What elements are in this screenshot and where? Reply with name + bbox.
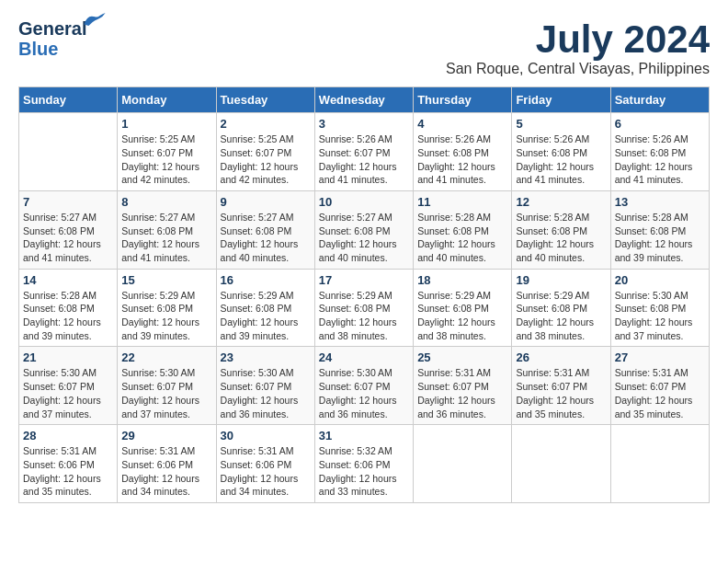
day-number: 30 xyxy=(221,429,311,442)
calendar-cell: 11Sunrise: 5:28 AMSunset: 6:08 PMDayligh… xyxy=(414,190,512,269)
day-number: 8 xyxy=(121,195,211,209)
day-number: 27 xyxy=(615,350,705,364)
day-number: 29 xyxy=(121,429,211,442)
calendar-cell: 30Sunrise: 5:31 AMSunset: 6:06 PMDayligh… xyxy=(216,425,314,503)
day-info: Sunrise: 5:28 AMSunset: 6:08 PMDaylight:… xyxy=(615,211,705,265)
day-info: Sunrise: 5:26 AMSunset: 6:07 PMDaylight:… xyxy=(319,132,409,187)
day-number: 23 xyxy=(221,350,311,364)
calendar-week-row: 28Sunrise: 5:31 AMSunset: 6:06 PMDayligh… xyxy=(19,425,710,503)
day-info: Sunrise: 5:25 AMSunset: 6:07 PMDaylight:… xyxy=(221,132,311,187)
day-info: Sunrise: 5:29 AMSunset: 6:08 PMDaylight:… xyxy=(417,289,507,343)
calendar-cell: 19Sunrise: 5:29 AMSunset: 6:08 PMDayligh… xyxy=(512,269,610,347)
day-info: Sunrise: 5:30 AMSunset: 6:07 PMDaylight:… xyxy=(121,366,211,420)
calendar-cell: 29Sunrise: 5:31 AMSunset: 6:06 PMDayligh… xyxy=(118,425,216,503)
day-info: Sunrise: 5:30 AMSunset: 6:07 PMDaylight:… xyxy=(221,366,311,420)
calendar-cell: 23Sunrise: 5:30 AMSunset: 6:07 PMDayligh… xyxy=(216,347,314,425)
logo: General Blue xyxy=(18,18,86,59)
day-info: Sunrise: 5:31 AMSunset: 6:06 PMDaylight:… xyxy=(121,444,211,499)
day-info: Sunrise: 5:30 AMSunset: 6:07 PMDaylight:… xyxy=(319,366,409,420)
day-info: Sunrise: 5:31 AMSunset: 6:07 PMDaylight:… xyxy=(417,366,507,420)
day-number: 26 xyxy=(516,350,606,364)
logo-blue-text: Blue xyxy=(18,39,86,59)
day-info: Sunrise: 5:31 AMSunset: 6:07 PMDaylight:… xyxy=(516,366,606,420)
calendar-cell: 15Sunrise: 5:29 AMSunset: 6:08 PMDayligh… xyxy=(118,269,216,347)
day-info: Sunrise: 5:32 AMSunset: 6:06 PMDaylight:… xyxy=(319,444,409,499)
logo-general-text: General xyxy=(18,18,86,39)
calendar-cell: 14Sunrise: 5:28 AMSunset: 6:08 PMDayligh… xyxy=(19,269,118,347)
calendar-cell: 17Sunrise: 5:29 AMSunset: 6:08 PMDayligh… xyxy=(314,269,413,347)
calendar-cell: 28Sunrise: 5:31 AMSunset: 6:06 PMDayligh… xyxy=(19,425,118,503)
weekday-header-row: SundayMondayTuesdayWednesdayThursdayFrid… xyxy=(19,87,710,113)
day-number: 3 xyxy=(319,117,409,131)
day-number: 21 xyxy=(23,350,113,364)
calendar-cell xyxy=(610,425,709,503)
calendar-week-row: 7Sunrise: 5:27 AMSunset: 6:08 PMDaylight… xyxy=(19,190,710,269)
day-info: Sunrise: 5:27 AMSunset: 6:08 PMDaylight:… xyxy=(23,211,113,265)
calendar-cell: 24Sunrise: 5:30 AMSunset: 6:07 PMDayligh… xyxy=(314,347,413,425)
calendar-cell: 2Sunrise: 5:25 AMSunset: 6:07 PMDaylight… xyxy=(216,113,314,191)
calendar-cell: 12Sunrise: 5:28 AMSunset: 6:08 PMDayligh… xyxy=(512,190,610,269)
day-number: 6 xyxy=(615,117,705,131)
day-info: Sunrise: 5:29 AMSunset: 6:08 PMDaylight:… xyxy=(516,289,606,343)
calendar-cell xyxy=(19,113,118,191)
calendar-cell: 7Sunrise: 5:27 AMSunset: 6:08 PMDaylight… xyxy=(19,190,118,269)
day-number: 25 xyxy=(417,350,507,364)
weekday-header-monday: Monday xyxy=(118,87,216,113)
calendar-cell: 21Sunrise: 5:30 AMSunset: 6:07 PMDayligh… xyxy=(19,347,118,425)
day-info: Sunrise: 5:29 AMSunset: 6:08 PMDaylight:… xyxy=(121,289,211,343)
day-info: Sunrise: 5:26 AMSunset: 6:08 PMDaylight:… xyxy=(417,132,507,187)
day-number: 17 xyxy=(319,273,409,287)
day-number: 28 xyxy=(23,429,113,442)
day-number: 16 xyxy=(221,273,311,287)
day-info: Sunrise: 5:29 AMSunset: 6:08 PMDaylight:… xyxy=(319,289,409,343)
day-number: 15 xyxy=(121,273,211,287)
day-number: 11 xyxy=(417,195,507,209)
calendar-table: SundayMondayTuesdayWednesdayThursdayFrid… xyxy=(18,86,710,503)
calendar-cell: 22Sunrise: 5:30 AMSunset: 6:07 PMDayligh… xyxy=(118,347,216,425)
day-info: Sunrise: 5:25 AMSunset: 6:07 PMDaylight:… xyxy=(121,132,211,187)
calendar-cell: 4Sunrise: 5:26 AMSunset: 6:08 PMDaylight… xyxy=(414,113,512,191)
weekday-header-wednesday: Wednesday xyxy=(314,87,413,113)
calendar-cell: 25Sunrise: 5:31 AMSunset: 6:07 PMDayligh… xyxy=(414,347,512,425)
day-info: Sunrise: 5:31 AMSunset: 6:07 PMDaylight:… xyxy=(615,366,705,420)
day-info: Sunrise: 5:30 AMSunset: 6:07 PMDaylight:… xyxy=(23,366,113,420)
calendar-week-row: 21Sunrise: 5:30 AMSunset: 6:07 PMDayligh… xyxy=(19,347,710,425)
day-number: 13 xyxy=(615,195,705,209)
day-number: 22 xyxy=(121,350,211,364)
month-title: July 2024 xyxy=(446,18,710,61)
calendar-cell: 26Sunrise: 5:31 AMSunset: 6:07 PMDayligh… xyxy=(512,347,610,425)
day-info: Sunrise: 5:27 AMSunset: 6:08 PMDaylight:… xyxy=(221,211,311,265)
day-number: 7 xyxy=(23,195,113,209)
day-number: 31 xyxy=(319,429,409,442)
day-info: Sunrise: 5:27 AMSunset: 6:08 PMDaylight:… xyxy=(319,211,409,265)
day-number: 5 xyxy=(516,117,606,131)
day-info: Sunrise: 5:28 AMSunset: 6:08 PMDaylight:… xyxy=(23,289,113,343)
calendar-week-row: 14Sunrise: 5:28 AMSunset: 6:08 PMDayligh… xyxy=(19,269,710,347)
calendar-cell: 31Sunrise: 5:32 AMSunset: 6:06 PMDayligh… xyxy=(314,425,413,503)
day-number: 12 xyxy=(516,195,606,209)
day-info: Sunrise: 5:26 AMSunset: 6:08 PMDaylight:… xyxy=(615,132,705,187)
weekday-header-friday: Friday xyxy=(512,87,610,113)
calendar-cell xyxy=(414,425,512,503)
day-number: 1 xyxy=(121,117,211,131)
day-number: 20 xyxy=(615,273,705,287)
calendar-week-row: 1Sunrise: 5:25 AMSunset: 6:07 PMDaylight… xyxy=(19,113,710,191)
logo-bird-icon xyxy=(81,11,107,31)
weekday-header-sunday: Sunday xyxy=(19,87,118,113)
day-info: Sunrise: 5:27 AMSunset: 6:08 PMDaylight:… xyxy=(121,211,211,265)
weekday-header-saturday: Saturday xyxy=(610,87,709,113)
day-info: Sunrise: 5:28 AMSunset: 6:08 PMDaylight:… xyxy=(417,211,507,265)
day-number: 9 xyxy=(221,195,311,209)
calendar-cell: 13Sunrise: 5:28 AMSunset: 6:08 PMDayligh… xyxy=(610,190,709,269)
day-info: Sunrise: 5:30 AMSunset: 6:08 PMDaylight:… xyxy=(615,289,705,343)
day-info: Sunrise: 5:31 AMSunset: 6:06 PMDaylight:… xyxy=(23,444,113,499)
calendar-cell: 3Sunrise: 5:26 AMSunset: 6:07 PMDaylight… xyxy=(314,113,413,191)
day-number: 19 xyxy=(516,273,606,287)
day-info: Sunrise: 5:28 AMSunset: 6:08 PMDaylight:… xyxy=(516,211,606,265)
day-info: Sunrise: 5:31 AMSunset: 6:06 PMDaylight:… xyxy=(221,444,311,499)
calendar-cell: 5Sunrise: 5:26 AMSunset: 6:08 PMDaylight… xyxy=(512,113,610,191)
weekday-header-thursday: Thursday xyxy=(414,87,512,113)
day-number: 24 xyxy=(319,350,409,364)
calendar-cell: 8Sunrise: 5:27 AMSunset: 6:08 PMDaylight… xyxy=(118,190,216,269)
weekday-header-tuesday: Tuesday xyxy=(216,87,314,113)
